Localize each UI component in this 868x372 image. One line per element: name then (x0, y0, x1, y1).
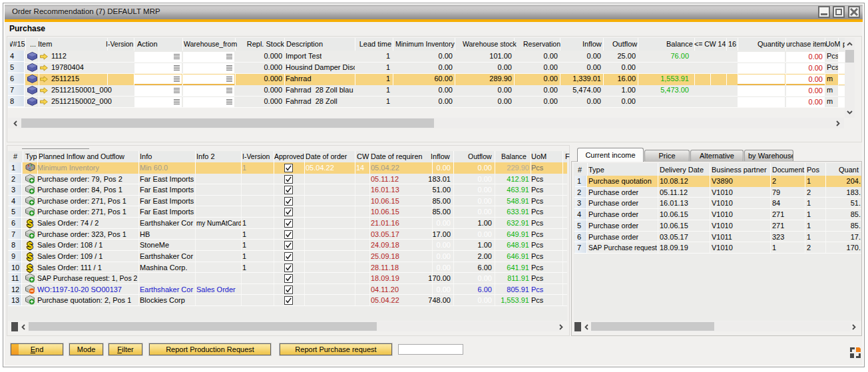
svg-text:$: $ (27, 252, 33, 262)
svg-text:$: $ (27, 263, 33, 273)
svg-text:$: $ (27, 240, 33, 250)
svg-text:$: $ (27, 218, 33, 228)
